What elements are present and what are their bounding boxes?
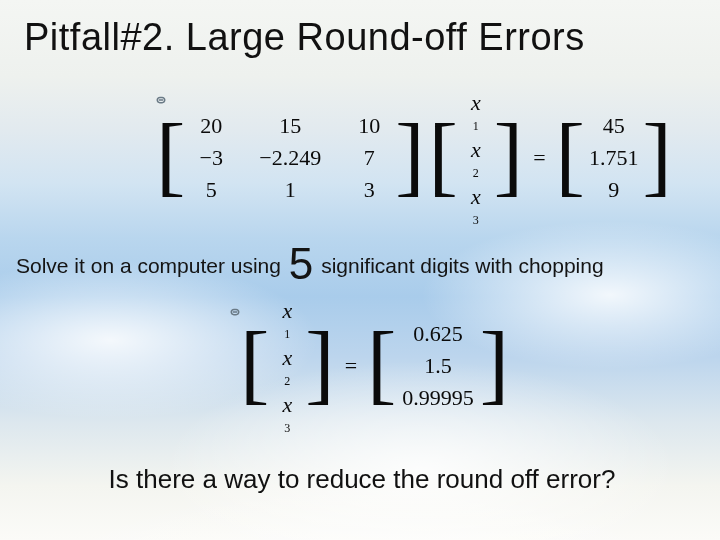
equals-sign: =: [335, 353, 367, 379]
matrix-cell: 7: [349, 145, 389, 171]
b-entry: 9: [589, 177, 639, 203]
sentence-pre: Solve it on a computer using: [16, 254, 287, 277]
x-var: x1: [462, 90, 490, 131]
matrix-cell: 15: [259, 113, 321, 139]
solution-vector: 0.625 1.5 0.99995: [396, 321, 480, 411]
bracket-left: [: [156, 112, 185, 200]
slide-title: Pitfall#2. Large Round-off Errors: [24, 16, 585, 59]
x-var: x3: [462, 184, 490, 225]
bracket-right: ]: [305, 320, 334, 408]
equals-sign: =: [523, 145, 555, 171]
matrix-cell: 10: [349, 113, 389, 139]
bracket-left: [: [240, 320, 269, 408]
x-var: x2: [462, 137, 490, 178]
matrix-cell: −2.249: [259, 145, 321, 171]
sentence-post: significant digits with chopping: [315, 254, 603, 277]
x-var: x1: [273, 298, 301, 339]
sol-entry: 0.625: [402, 321, 474, 347]
solution-equation: [ x1 x2 x3 ] = [ 0.625 1.5 0.99995 ]: [240, 298, 509, 433]
x-var: x3: [273, 392, 301, 433]
slide: Pitfall#2. Large Round-off Errors [ 20 1…: [0, 0, 720, 540]
bracket-right: ]: [642, 112, 671, 200]
matrix-cell: 1: [259, 177, 321, 203]
matrix-cell: −3: [191, 145, 231, 171]
b-entry: 1.751: [589, 145, 639, 171]
sol-entry: 0.99995: [402, 385, 474, 411]
bracket-right: ]: [494, 112, 523, 200]
bracket-left: [: [429, 112, 458, 200]
sol-entry: 1.5: [402, 353, 474, 379]
bracket-left: [: [367, 320, 396, 408]
b-vector: 45 1.751 9: [585, 113, 643, 203]
x-var: x2: [273, 345, 301, 386]
bracket-right: ]: [480, 320, 509, 408]
equation-system: [ 20 15 10 −3 −2.249 7 5 1 3 ] [ x1 x2 x…: [156, 90, 672, 225]
matrix-cell: 5: [191, 177, 231, 203]
bracket-left: [: [556, 112, 585, 200]
coefficient-matrix: 20 15 10 −3 −2.249 7 5 1 3: [185, 113, 395, 203]
matrix-cell: 3: [349, 177, 389, 203]
x-vector: x1 x2 x3: [458, 90, 494, 225]
digit-five: 5: [287, 239, 315, 288]
closing-question: Is there a way to reduce the round off e…: [42, 464, 682, 495]
x-vector: x1 x2 x3: [269, 298, 305, 433]
b-entry: 45: [589, 113, 639, 139]
matrix-cell: 20: [191, 113, 231, 139]
bracket-right: ]: [395, 112, 424, 200]
instruction-text: Solve it on a computer using 5 significa…: [16, 248, 704, 278]
